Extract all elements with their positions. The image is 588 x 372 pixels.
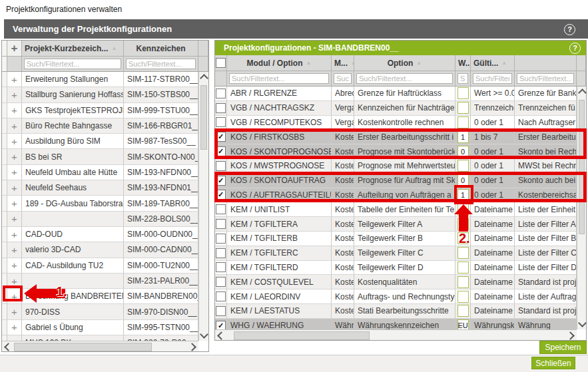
wert-value-box[interactable]: EU <box>457 319 469 329</box>
scrollbar-thumb[interactable] <box>234 331 370 340</box>
wert-filter-input[interactable] <box>457 73 468 84</box>
table-row[interactable]: ✓KOS / AUFTRAGSAUFTEILUKostenkonAufteilu… <box>215 188 577 203</box>
table-row[interactable]: +189 - DG-Ausbau TaborstraßeSIM-189-TABR… <box>2 196 198 211</box>
table-row[interactable]: +BS bei SRSIM-SKONTO-N00__ <box>2 149 198 164</box>
unchecked-checkbox[interactable] <box>216 248 226 258</box>
close-button[interactable]: Schließen <box>531 357 575 369</box>
table-row[interactable]: +SIM-231-PALR00__ <box>2 274 198 289</box>
wert-value-box[interactable] <box>457 262 469 274</box>
add-config-row-button[interactable]: + <box>7 118 22 134</box>
column-header-kennzeichen[interactable]: Kennzeichen <box>124 41 198 57</box>
unchecked-checkbox[interactable] <box>216 117 226 127</box>
unchecked-checkbox[interactable] <box>216 306 226 316</box>
scroll-down-icon[interactable] <box>200 330 208 339</box>
add-config-row-button[interactable]: + <box>7 335 22 341</box>
table-row[interactable]: VGB / NACHTRAGSKZVergabeKennzeichen für … <box>215 101 577 116</box>
add-config-row-button[interactable]: + <box>7 196 22 211</box>
projects-vertical-scrollbar[interactable] <box>198 72 208 341</box>
wert-value-box[interactable]: 0 <box>457 146 469 158</box>
unchecked-checkbox[interactable] <box>216 262 226 272</box>
option-filter-input[interactable] <box>356 73 453 84</box>
scroll-left-icon[interactable] <box>217 331 226 340</box>
table-row[interactable]: +Gabriel s ÜbungSIM-995-TSTN00__ <box>2 320 198 335</box>
wert-value-box[interactable] <box>457 160 469 172</box>
unchecked-checkbox[interactable] <box>216 277 226 287</box>
wert-value-box[interactable] <box>457 247 469 259</box>
column-header-option[interactable]: Option ▲ <box>354 55 455 71</box>
configurations-horizontal-scrollbar[interactable] <box>215 329 577 340</box>
kennzeichen-filter-input[interactable] <box>126 59 196 69</box>
table-row[interactable]: KEM / TGFILTERCKostenermTeilgewerk Filte… <box>215 246 577 261</box>
projects-horizontal-scrollbar[interactable] <box>2 341 198 351</box>
table-row[interactable]: +SIM-228-BOLS00__ <box>2 212 198 227</box>
table-row[interactable]: +Büro Rechte BahngasseSIM-166-RBGR01__ <box>2 118 198 134</box>
checked-checkbox[interactable]: ✓ <box>216 176 226 186</box>
table-row[interactable]: +Berechnung BANDBREITENSIM-BANDBREN00__ <box>2 289 198 304</box>
add-config-row-button[interactable]: + <box>7 258 22 274</box>
table-row[interactable]: +MHS 192 BKSIM-920-70-R00 <box>2 335 198 341</box>
help-icon[interactable]: ? <box>569 43 581 54</box>
scrollbar-thumb[interactable] <box>14 343 152 351</box>
unchecked-checkbox[interactable] <box>216 291 226 301</box>
scroll-left-icon[interactable] <box>4 343 13 351</box>
checked-checkbox[interactable]: ✓ <box>216 132 226 142</box>
add-config-row-button[interactable]: + <box>7 134 22 149</box>
gueltig-filter-input[interactable] <box>473 73 512 84</box>
scroll-right-icon[interactable] <box>566 331 575 340</box>
table-row[interactable]: KEM / TGFILTERDKostenermTeilgewerk Filte… <box>215 261 577 276</box>
table-row[interactable]: ABR / RLGRENZEAbrechnunGrenze für Haftrü… <box>215 87 577 101</box>
column-header-gueltig[interactable]: Gülti... ▲ <box>471 55 515 71</box>
scrollbar-thumb[interactable] <box>200 85 207 150</box>
help-icon[interactable]: ? <box>564 24 575 35</box>
scrollbar-thumb[interactable] <box>579 100 585 234</box>
table-row[interactable]: +Stallburg Sanierung HoffassadeSIM-150-S… <box>2 87 198 102</box>
table-row[interactable]: KEM / LAEORDINVKostenermAuftrags- und Re… <box>215 289 577 304</box>
modul-filter-input[interactable] <box>229 73 329 84</box>
add-config-row-button[interactable]: + <box>7 103 22 118</box>
table-row[interactable]: KOS / MWSTPROGNOSEKostenkonPrognose mit … <box>215 159 577 174</box>
beschreibung-filter-input[interactable] <box>517 73 574 84</box>
table-row[interactable]: +Ausbildung Büro SIMSIM-987-TesS00__ <box>2 134 198 149</box>
unchecked-checkbox[interactable] <box>216 103 226 113</box>
column-header-wert[interactable]: W.. <box>455 55 471 71</box>
column-header-modul-option[interactable]: Modul / Option ▲ <box>227 55 332 71</box>
table-row[interactable]: +GKS TestprojekTESTPROJEKTSIM-999-TSTU00… <box>2 103 198 118</box>
checked-checkbox[interactable]: ✓ <box>216 321 226 329</box>
wert-value-box[interactable]: 0 <box>457 174 469 186</box>
add-config-row-button[interactable]: + <box>7 304 22 319</box>
wert-value-box[interactable]: 1 <box>457 189 469 201</box>
column-header-project[interactable]: Projekt-Kurzbezeich... ▲ <box>22 41 124 57</box>
add-config-row-button[interactable]: + <box>7 212 22 227</box>
scroll-up-icon[interactable] <box>200 74 208 83</box>
wert-value-box[interactable] <box>457 305 469 317</box>
checked-checkbox[interactable]: ✓ <box>216 190 226 200</box>
table-row[interactable]: +Neufeld Umbau alte HütteSIM-193-NFDN00_… <box>2 165 198 180</box>
table-row[interactable]: VGB / RECOMPUTEKOSVergabeKostenkontrolle… <box>215 116 577 130</box>
unchecked-checkbox[interactable] <box>216 234 226 244</box>
wert-value-box[interactable] <box>457 291 469 303</box>
table-row[interactable]: +970-DISSSIM-970-DISN00__ <box>2 304 198 319</box>
table-row[interactable]: KEM / LAESTATUSKostenermStati Bearbeitun… <box>215 304 577 319</box>
table-row[interactable]: KEM / TGFILTERAKostenermTeilgewerk Filte… <box>215 217 577 232</box>
table-row[interactable]: +CAD- Ausbildung TU2SIM-000-TU2N00__ <box>2 258 198 274</box>
unchecked-checkbox[interactable] <box>216 219 226 229</box>
add-config-row-button[interactable]: + <box>7 149 22 164</box>
configurations-vertical-scrollbar[interactable] <box>577 87 586 329</box>
table-row[interactable]: +Erweiterung StallungenSIM-117-STBR00__ <box>2 72 198 87</box>
add-config-row-button[interactable]: + <box>7 242 22 258</box>
add-config-row-button[interactable]: + <box>7 274 22 289</box>
add-config-row-button[interactable]: + <box>7 289 22 304</box>
table-row[interactable]: ✓KOS / FIRSTKOSBSKostenkonErster Bearbei… <box>215 130 577 144</box>
table-row[interactable]: +Neufeld SeehausSIM-193-NFDN01__ <box>2 180 198 196</box>
add-config-row-button[interactable]: + <box>7 87 22 102</box>
select-all-checkbox[interactable] <box>216 58 226 68</box>
save-button[interactable]: Speichern <box>539 341 587 354</box>
add-config-row-button[interactable]: + <box>7 72 22 87</box>
scroll-down-icon[interactable] <box>578 319 587 327</box>
add-config-row-button[interactable]: + <box>7 165 22 180</box>
table-row[interactable]: ✓WHG / WAEHRUNGWährungWährungskennzeiche… <box>215 319 577 329</box>
table-row[interactable]: KEM / UNITLISTKostenermTabelle der Einhe… <box>215 202 577 217</box>
m-filter-input[interactable] <box>334 73 352 84</box>
table-row[interactable]: ✓KOS / SKONTOPROGNOSEKostenkonPrognose m… <box>215 144 577 159</box>
unchecked-checkbox[interactable] <box>216 89 226 98</box>
